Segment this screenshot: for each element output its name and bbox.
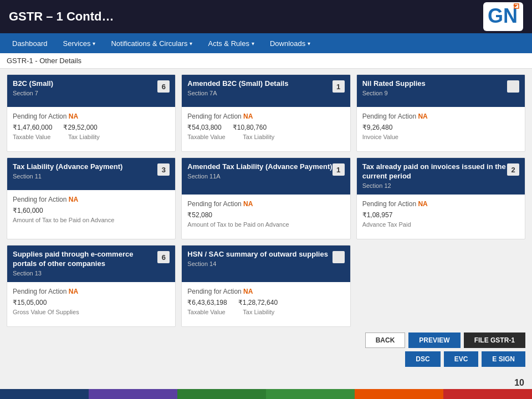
card-tax-liability-advance-count: 3	[157, 163, 170, 176]
card-tax-liability-advance-pending: Pending for Action NA	[13, 196, 170, 203]
nav-services[interactable]: Services▾	[55, 33, 104, 53]
navbar: Dashboard Services▾ Notifications & Circ…	[0, 33, 532, 53]
preview-button[interactable]: PREVIEW	[408, 332, 460, 348]
card-nil-rated-section: Section 9	[362, 90, 507, 96]
footer-color-6	[443, 389, 532, 399]
card-hsn-sac[interactable]: HSN / SAC summary of outward supplies Se…	[181, 245, 350, 327]
card-b2c-small[interactable]: B2C (Small) Section 7 6 Pending for Acti…	[7, 74, 176, 152]
card-nil-rated-title: Nil Rated Supplies	[362, 79, 507, 89]
card-ecommerce-supplies-labels: Gross Value Of Supplies	[13, 309, 170, 315]
footer-color-5	[355, 389, 443, 399]
nav-notifications[interactable]: Notifications & Circulars▾	[103, 33, 200, 53]
card-tax-liability-advance[interactable]: Tax Liability (Advance Payment) Section …	[7, 157, 176, 239]
card-tax-paid-invoices[interactable]: Tax already paid on invoices issued in t…	[356, 157, 525, 239]
card-amended-b2c-amounts: ₹54,03,800 ₹10,80,760	[187, 124, 344, 131]
cards-row-1: B2C (Small) Section 7 6 Pending for Acti…	[7, 74, 525, 152]
footer-color-3	[177, 389, 266, 399]
svg-text:GN: GN	[488, 4, 518, 27]
nav-dashboard[interactable]: Dashboard	[4, 33, 55, 53]
primary-buttons-row: BACK PREVIEW FILE GSTR-1	[7, 332, 525, 348]
back-button[interactable]: BACK	[365, 332, 406, 348]
card-hsn-sac-labels: Taxable Value Tax Liability	[187, 309, 344, 315]
card-b2c-small-pending: Pending for Action NA	[13, 112, 170, 120]
card-ecommerce-supplies-section: Section 13	[13, 270, 157, 277]
card-amended-tax-liability-section: Section 11A	[187, 173, 332, 180]
card-amended-tax-liability-count: 1	[332, 163, 345, 176]
card-nil-rated-count	[507, 80, 519, 93]
nav-downloads[interactable]: Downloads▾	[262, 33, 318, 53]
card-tax-paid-invoices-section: Section 12	[362, 182, 507, 189]
nav-acts-rules[interactable]: Acts & Rules▾	[200, 33, 262, 53]
card-amended-tax-liability-amounts: ₹52,080	[187, 211, 344, 219]
card-nil-rated[interactable]: Nil Rated Supplies Section 9 Pending for…	[356, 74, 525, 152]
card-amended-tax-liability-pending: Pending for Action NA	[187, 200, 344, 208]
secondary-buttons-row: DSC EVC E SIGN	[7, 351, 525, 367]
app-header: GSTR – 1 Contd… GN	[0, 0, 532, 33]
card-ecommerce-supplies[interactable]: Supplies paid through e-commerce portals…	[7, 245, 176, 327]
card-amended-b2c-pending: Pending for Action NA	[187, 112, 344, 120]
card-amended-b2c-count: 1	[332, 80, 345, 93]
card-amended-tax-liability[interactable]: Amended Tax Liability (Advance Payment) …	[181, 157, 350, 239]
empty-cell	[356, 245, 525, 327]
card-b2c-small-title: B2C (Small)	[13, 79, 157, 89]
card-tax-paid-invoices-amounts: ₹1,08,957	[362, 211, 519, 219]
card-hsn-sac-title: HSN / SAC summary of outward supplies	[187, 250, 332, 259]
card-hsn-sac-pending: Pending for Action NA	[187, 288, 344, 295]
footer-color-1	[0, 389, 89, 399]
card-tax-paid-invoices-title: Tax already paid on invoices issued in t…	[362, 162, 507, 181]
card-tax-paid-invoices-pending: Pending for Action NA	[362, 200, 519, 208]
card-amended-b2c-section: Section 7A	[187, 90, 332, 96]
footer-color-4	[266, 389, 355, 399]
card-nil-rated-amounts: ₹9,26,480	[362, 124, 519, 131]
card-b2c-small-amounts: ₹1,47,60,000 ₹29,52,000	[13, 124, 170, 131]
footer-color-bar	[0, 389, 532, 399]
card-tax-liability-advance-title: Tax Liability (Advance Payment)	[13, 162, 157, 172]
card-nil-rated-labels: Invoice Value	[362, 134, 519, 140]
card-hsn-sac-section: Section 14	[187, 260, 332, 267]
card-amended-b2c[interactable]: Amended B2C (Small) Details Section 7A 1…	[181, 74, 350, 152]
evc-button[interactable]: EVC	[444, 351, 479, 367]
esign-button[interactable]: E SIGN	[482, 351, 525, 367]
card-hsn-sac-amounts: ₹6,43,63,198 ₹1,28,72,640	[187, 299, 344, 306]
card-ecommerce-supplies-count: 6	[157, 251, 170, 263]
card-b2c-small-count: 6	[157, 80, 170, 93]
card-ecommerce-supplies-pending: Pending for Action NA	[13, 288, 170, 295]
card-amended-b2c-title: Amended B2C (Small) Details	[187, 79, 332, 89]
card-nil-rated-pending: Pending for Action NA	[362, 112, 519, 120]
card-amended-b2c-labels: Taxable Value Tax Liability	[187, 134, 344, 140]
app-title: GSTR – 1 Contd…	[9, 9, 114, 24]
card-tax-liability-advance-labels: Amount of Tax to be Paid on Advance	[13, 217, 170, 223]
card-amended-tax-liability-labels: Amount of Tax to be Paid on Advance	[187, 221, 344, 228]
breadcrumb: GSTR-1 - Other Details	[0, 53, 532, 69]
card-tax-paid-invoices-labels: Advance Tax Paid	[362, 221, 519, 228]
card-tax-paid-invoices-count: 2	[507, 163, 519, 176]
logo-text: GN	[487, 3, 520, 31]
file-gstr1-button[interactable]: FILE GSTR-1	[464, 332, 525, 348]
dsc-button[interactable]: DSC	[405, 351, 440, 367]
card-hsn-sac-count	[332, 251, 345, 263]
logo: GN	[483, 2, 523, 31]
cards-row-3: Supplies paid through e-commerce portals…	[7, 245, 525, 327]
card-ecommerce-supplies-amounts: ₹15,05,000	[13, 299, 170, 306]
main-content: B2C (Small) Section 7 6 Pending for Acti…	[0, 69, 532, 377]
cards-row-2: Tax Liability (Advance Payment) Section …	[7, 157, 525, 239]
card-b2c-small-labels: Taxable Value Tax Liability	[13, 134, 170, 140]
footer-color-2	[89, 389, 177, 399]
page-number: 10	[514, 378, 524, 388]
card-amended-tax-liability-title: Amended Tax Liability (Advance Payment)	[187, 162, 332, 172]
card-tax-liability-advance-amounts: ₹1,60,000	[13, 207, 170, 214]
card-ecommerce-supplies-title: Supplies paid through e-commerce portals…	[13, 250, 157, 269]
card-b2c-small-section: Section 7	[13, 90, 157, 96]
card-tax-liability-advance-section: Section 11	[13, 173, 157, 180]
